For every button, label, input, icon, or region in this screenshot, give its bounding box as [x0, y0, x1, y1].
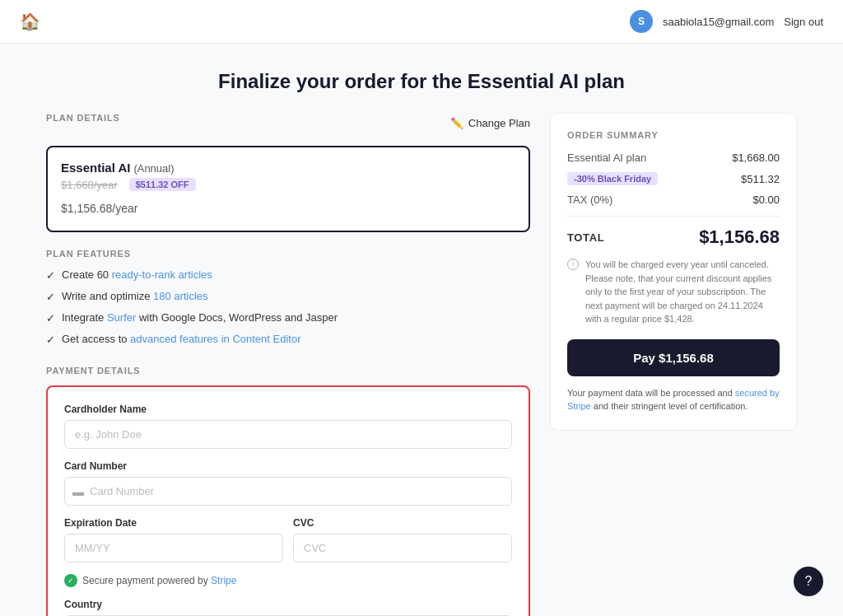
card-number-label: Card Number: [64, 460, 512, 472]
cardholder-input[interactable]: [64, 420, 512, 449]
summary-discount-amount: $511.32: [741, 173, 780, 185]
total-label: TOTAL: [567, 231, 604, 244]
summary-divider: [567, 216, 780, 217]
plan-discount-badge: $511.32 OFF: [129, 178, 196, 191]
plan-header-row: Essential AI (Annual): [61, 161, 515, 175]
plan-original-price: $1,668/year: [61, 179, 118, 191]
edit-icon: ✏️: [450, 117, 463, 129]
feature-item: ✓ Get access to advanced features in Con…: [46, 333, 530, 346]
note-text: You will be charged every year until can…: [585, 258, 780, 326]
check-icon: ✓: [46, 334, 55, 346]
signout-button[interactable]: Sign out: [784, 16, 823, 28]
summary-row-tax: TAX (0%) $0.00: [567, 194, 780, 206]
expiry-input[interactable]: [64, 534, 283, 562]
features-section: PLAN FEATURES ✓ Create 60 ready-to-rank …: [46, 249, 530, 346]
features-label: PLAN FEATURES: [46, 249, 530, 259]
total-amount: $1,156.68: [699, 226, 780, 248]
card-icon: ▬: [72, 485, 84, 498]
secure-row: ✓ Secure payment powered by Stripe: [64, 574, 512, 587]
summary-tax-amount: $0.00: [752, 194, 780, 206]
top-navigation: 🏠 S saabiola15@gmail.com Sign out: [0, 0, 843, 44]
secure-check-icon: ✓: [64, 574, 77, 587]
expiry-cvc-row: Expiration Date CVC: [64, 517, 512, 574]
cvc-label: CVC: [293, 517, 512, 529]
country-field-group: Country Select... United States United K…: [64, 599, 512, 616]
left-panel: PLAN DETAILS ✏️ Change Plan Essential AI…: [46, 113, 530, 616]
pay-button[interactable]: Pay $1,156.68: [567, 339, 780, 376]
summary-row-discount: -30% Black Friday $511.32: [567, 172, 780, 185]
plan-period: (Annual): [133, 162, 174, 175]
plan-name: Essential AI: [61, 161, 130, 175]
plan-name-row: Essential AI (Annual): [61, 161, 175, 175]
cvc-input[interactable]: [293, 534, 512, 562]
stripe-link[interactable]: Stripe: [211, 575, 236, 586]
card-number-field-group: Card Number ▬: [64, 460, 512, 506]
plan-card: Essential AI (Annual) $1,668/year $511.3…: [46, 146, 530, 232]
feature-item: ✓ Create 60 ready-to-rank articles: [46, 268, 530, 282]
cvc-field-group: CVC: [293, 517, 512, 562]
features-list: ✓ Create 60 ready-to-rank articles ✓ Wri…: [46, 268, 530, 346]
nav-right: S saabiola15@gmail.com Sign out: [630, 10, 823, 33]
avatar: S: [630, 10, 653, 33]
plan-details-label: PLAN DETAILS: [46, 113, 120, 123]
cardholder-label: Cardholder Name: [64, 404, 512, 415]
summary-row-plan: Essential AI plan $1,668.00: [567, 152, 780, 164]
summary-plan-label: Essential AI plan: [567, 152, 646, 164]
page-title: Finalize your order for the Essential AI…: [0, 44, 843, 113]
check-icon: ✓: [46, 269, 55, 282]
order-summary-label: ORDER SUMMARY: [567, 130, 780, 140]
nav-left: 🏠: [20, 12, 40, 31]
home-icon[interactable]: 🏠: [20, 12, 40, 31]
check-icon: ✓: [46, 312, 55, 324]
payment-box: Cardholder Name Card Number ▬ Expiration…: [46, 385, 530, 616]
card-number-input[interactable]: [64, 477, 512, 506]
feature-item: ✓ Write and optimize 180 articles: [46, 290, 530, 303]
order-summary-panel: ORDER SUMMARY Essential AI plan $1,668.0…: [550, 113, 797, 431]
secured-text: Your payment data will be processed and …: [567, 386, 780, 413]
expiry-field-group: Expiration Date: [64, 517, 283, 562]
plan-pricing-row: $1,668/year $511.32 OFF: [61, 178, 515, 191]
check-icon: ✓: [46, 291, 55, 303]
info-icon: i: [567, 259, 579, 270]
summary-tax-label: TAX (0%): [567, 194, 612, 206]
payment-section-label: PAYMENT DETAILS: [46, 366, 530, 376]
payment-section: PAYMENT DETAILS Cardholder Name Card Num…: [46, 366, 530, 616]
main-content: PLAN DETAILS ✏️ Change Plan Essential AI…: [26, 113, 817, 616]
change-plan-button[interactable]: ✏️ Change Plan: [450, 117, 530, 129]
plan-details-header: PLAN DETAILS ✏️ Change Plan: [46, 113, 530, 133]
secure-text: Secure payment powered by Stripe: [82, 575, 236, 586]
discount-badge: -30% Black Friday: [567, 172, 658, 185]
cardholder-field-group: Cardholder Name: [64, 404, 512, 449]
note-box: i You will be charged every year until c…: [567, 258, 780, 326]
total-row: TOTAL $1,156.68: [567, 226, 780, 248]
plan-price: $1,156.68/year: [61, 196, 515, 217]
country-label: Country: [64, 599, 512, 610]
expiry-label: Expiration Date: [64, 517, 283, 529]
feature-item: ✓ Integrate Surfer with Google Docs, Wor…: [46, 311, 530, 324]
summary-plan-amount: $1,668.00: [732, 152, 780, 164]
help-button[interactable]: ?: [794, 567, 823, 596]
card-input-wrapper: ▬: [64, 477, 512, 506]
user-email: saabiola15@gmail.com: [663, 16, 774, 28]
